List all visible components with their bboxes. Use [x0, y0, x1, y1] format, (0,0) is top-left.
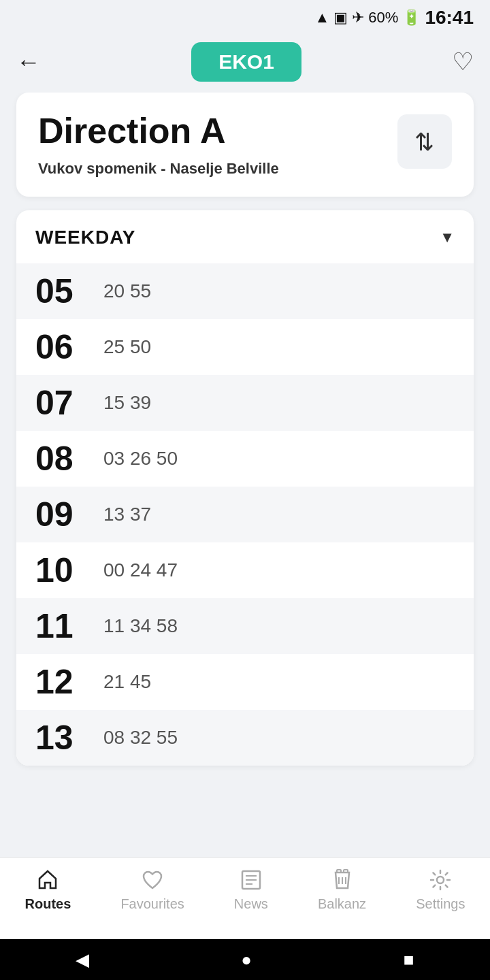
minutes-label: 13 37 [103, 504, 151, 525]
minutes-label: 08 32 55 [103, 727, 178, 749]
main-content: Direction A Vukov spomenik - Naselje Bel… [0, 93, 490, 980]
favourite-button[interactable]: ♡ [452, 48, 474, 76]
nav-item-routes[interactable]: Routes [25, 868, 71, 912]
heart-icon [140, 868, 165, 892]
top-nav: ← EKO1 ♡ [0, 35, 490, 93]
hour-label: 09 [35, 495, 103, 534]
nav-label-news: News [234, 896, 268, 912]
minutes-label: 03 26 50 [103, 448, 178, 470]
dropdown-arrow-icon[interactable]: ▼ [440, 229, 455, 246]
swap-direction-button[interactable]: ⇄ [397, 114, 452, 169]
table-row: 13 08 32 55 [16, 710, 474, 766]
minutes-label: 11 34 58 [103, 615, 178, 637]
sim-icon: ▣ [333, 9, 348, 27]
android-nav: ◀ ● ■ [0, 939, 490, 980]
balkanz-icon [330, 868, 355, 892]
hour-label: 11 [35, 606, 103, 646]
table-row: 09 13 37 [16, 487, 474, 542]
minutes-label: 25 50 [103, 336, 151, 358]
table-row: 10 00 24 47 [16, 542, 474, 598]
gear-icon [428, 868, 453, 892]
direction-card: Direction A Vukov spomenik - Naselje Bel… [16, 93, 474, 197]
nav-label-settings: Settings [416, 896, 465, 912]
direction-info: Direction A Vukov spomenik - Naselje Bel… [38, 112, 397, 178]
battery-icon: 🔋 [402, 9, 421, 27]
weekday-header: WEEKDAY ▼ [16, 210, 474, 263]
minutes-label: 15 39 [103, 392, 151, 414]
airplane-icon: ✈ [352, 9, 364, 27]
nav-item-favourites[interactable]: Favourites [120, 868, 184, 912]
home-icon [35, 868, 60, 892]
table-row: 06 25 50 [16, 319, 474, 375]
android-back-button[interactable]: ◀ [76, 949, 89, 970]
hour-label: 12 [35, 662, 103, 702]
minutes-label: 00 24 47 [103, 559, 178, 581]
nav-label-balkanz: Balkanz [318, 896, 366, 912]
back-button[interactable]: ← [16, 48, 41, 76]
direction-route: Vukov spomenik - Naselje Belville [38, 160, 397, 178]
nav-label-favourites: Favourites [120, 896, 184, 912]
hour-label: 05 [35, 272, 103, 311]
table-row: 12 21 45 [16, 654, 474, 710]
news-icon [239, 868, 263, 892]
minutes-label: 21 45 [103, 671, 151, 693]
table-row: 08 03 26 50 [16, 431, 474, 487]
table-row: 05 20 55 [16, 263, 474, 319]
wifi-icon: ▲ [315, 9, 330, 27]
table-row: 11 11 34 58 [16, 598, 474, 654]
nav-item-balkanz[interactable]: Balkanz [318, 868, 366, 912]
table-row: 07 15 39 [16, 375, 474, 431]
android-recent-button[interactable]: ■ [404, 949, 414, 970]
hour-label: 06 [35, 327, 103, 367]
status-icons: ▲ ▣ ✈ 60% 🔋 16:41 [315, 7, 474, 29]
route-badge: EKO1 [191, 42, 301, 82]
swap-icon: ⇄ [410, 131, 439, 152]
schedule-rows: 05 20 55 06 25 50 07 15 39 08 03 26 50 0… [16, 263, 474, 766]
android-home-button[interactable]: ● [241, 949, 252, 970]
hour-label: 08 [35, 439, 103, 478]
nav-item-settings[interactable]: Settings [416, 868, 465, 912]
svg-point-9 [437, 877, 444, 883]
nav-item-news[interactable]: News [234, 868, 268, 912]
hour-label: 13 [35, 718, 103, 757]
hour-label: 07 [35, 383, 103, 423]
weekday-label: WEEKDAY [35, 227, 136, 248]
bottom-nav: Routes Favourites News Balkanz [0, 858, 490, 939]
direction-title: Direction A [38, 112, 397, 150]
clock: 16:41 [425, 7, 474, 29]
status-bar: ▲ ▣ ✈ 60% 🔋 16:41 [0, 0, 490, 35]
schedule-card: WEEKDAY ▼ 05 20 55 06 25 50 07 15 39 08 … [16, 210, 474, 766]
minutes-label: 20 55 [103, 280, 151, 302]
hour-label: 10 [35, 551, 103, 590]
nav-label-routes: Routes [25, 896, 71, 912]
battery-level: 60% [368, 9, 398, 27]
